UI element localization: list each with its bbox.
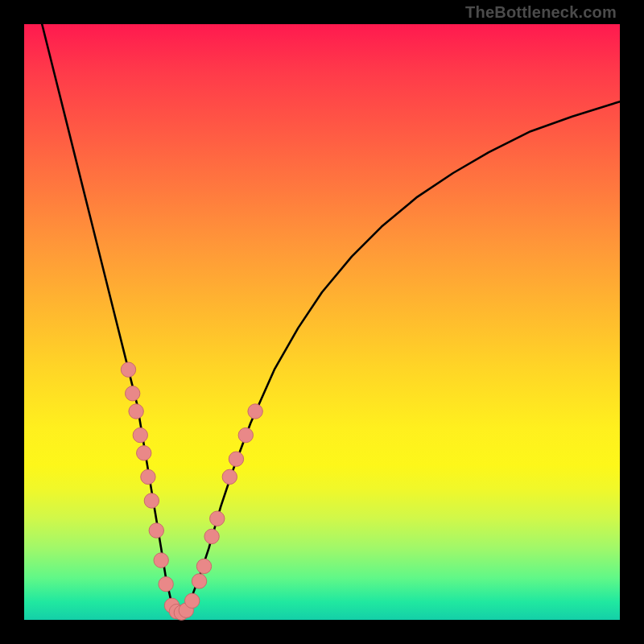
frame: TheBottleneck.com	[0, 0, 644, 644]
marker-left-cluster	[121, 362, 135, 377]
marker-left-cluster	[154, 553, 168, 568]
chart-svg	[24, 24, 620, 620]
attribution-text: TheBottleneck.com	[465, 3, 617, 22]
marker-left-cluster	[129, 404, 143, 419]
marker-left-cluster	[159, 576, 173, 591]
marker-bottom	[184, 593, 199, 608]
marker-right-cluster	[196, 559, 211, 573]
marker-right-cluster	[210, 511, 225, 526]
marker-left-cluster	[137, 446, 151, 460]
marker-right-cluster	[204, 529, 219, 543]
bottleneck-curve	[42, 24, 620, 614]
marker-left-cluster	[133, 427, 147, 442]
marker-right-cluster	[222, 469, 237, 484]
marker-right-cluster	[238, 427, 253, 442]
markers-group	[121, 362, 262, 620]
marker-left-cluster	[149, 523, 163, 538]
marker-left-cluster	[125, 386, 139, 401]
marker-left-cluster	[144, 493, 159, 508]
marker-left-cluster	[141, 469, 155, 484]
marker-right-cluster	[192, 574, 206, 588]
marker-right-cluster	[229, 452, 243, 466]
marker-right-cluster	[248, 404, 262, 419]
